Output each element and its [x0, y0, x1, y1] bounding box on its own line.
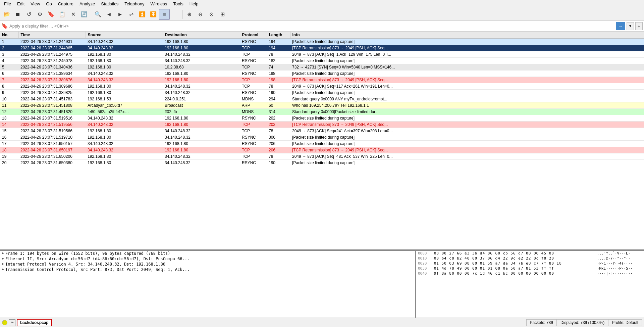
col-header-source[interactable]: Source: [86, 32, 163, 39]
cell-time: 2022-04-26 23:07:31.389676: [18, 77, 86, 83]
hex-row: 002001 50 03 69 08 00 01 59 a7 da 34 7b …: [416, 261, 644, 266]
filter-input[interactable]: [9, 24, 614, 29]
table-row[interactable]: 152022-04-26 23:07:31.519566192.168.1.80…: [0, 128, 644, 134]
cell-len: 198: [267, 71, 290, 77]
detail-row[interactable]: ▶Transmission Control Protocol, Src Port…: [0, 267, 415, 272]
open-toolbar-button[interactable]: 📂: [1, 9, 12, 20]
menu-item-analyze[interactable]: Analyze: [77, 1, 98, 7]
table-row[interactable]: 102022-04-26 23:07:31.451783192.168.1.53…: [0, 96, 644, 102]
goto-toolbar-button[interactable]: ⇌: [126, 9, 137, 20]
packet-list[interactable]: No. Time Source Destination Protocol Len…: [0, 32, 644, 250]
cell-proto: TCP: [240, 128, 267, 134]
cell-info: [TCP Retransmission] 873 → 2049 [PSH, AC…: [290, 45, 644, 51]
cell-len: 198: [267, 77, 290, 83]
restart-toolbar-button[interactable]: ↺: [23, 9, 34, 20]
cell-time: 2022-04-26 23:07:31.340436: [18, 64, 86, 71]
menu-item-telephony[interactable]: Telephony: [122, 1, 147, 7]
table-row[interactable]: 92022-04-26 23:07:31.389825192.168.1.803…: [0, 90, 644, 96]
table-row[interactable]: 132022-04-26 23:07:31.51951634.140.248.3…: [0, 115, 644, 122]
close-toolbar-button[interactable]: ✕: [68, 9, 78, 20]
col-header-no[interactable]: No.: [0, 32, 18, 39]
table-row[interactable]: 162022-04-26 23:07:31.519710192.168.1.80…: [0, 134, 644, 141]
table-row[interactable]: 52022-04-26 23:07:31.340436192.168.1.801…: [0, 64, 644, 71]
cell-proto: RSYNC: [240, 71, 267, 77]
hex-pane[interactable]: 000008 00 27 66 e3 3b d4 86 60 cb 56 d7 …: [416, 251, 644, 318]
detail-arrow: ▶: [2, 251, 4, 255]
cell-no: 15: [0, 128, 18, 134]
table-row[interactable]: 112022-04-26 23:07:31.451808Arcadyan_cb:…: [0, 102, 644, 109]
cell-proto: TCP: [240, 64, 267, 71]
list-toolbar-button[interactable]: 📋: [57, 9, 67, 20]
col-header-info[interactable]: Info: [290, 32, 644, 39]
cell-proto: TCP: [240, 83, 267, 90]
table-row[interactable]: 22022-04-26 23:07:31.24496534.140.248.32…: [0, 45, 644, 51]
table-row[interactable]: 182022-04-26 23:07:31.65019734.140.248.3…: [0, 147, 644, 153]
detail-arrow: ▶: [2, 267, 4, 271]
detail-row[interactable]: ▶Internet Protocol Version 4, Src: 34.14…: [0, 262, 415, 267]
cell-dst: 192.168.1.80: [163, 77, 240, 83]
col-header-length[interactable]: Length: [267, 32, 290, 39]
table-row[interactable]: 82022-04-26 23:07:31.389686192.168.1.803…: [0, 83, 644, 90]
bookmark-toolbar-button[interactable]: 🔖: [46, 9, 56, 20]
col-header-destination[interactable]: Destination: [163, 32, 240, 39]
reload-toolbar-button[interactable]: 🔄: [79, 9, 90, 20]
zoom-in-toolbar-button[interactable]: ⊕: [184, 9, 195, 20]
table-row[interactable]: 122022-04-26 23:07:31.451820fe80::562a:a…: [0, 109, 644, 115]
table-row[interactable]: 42022-04-26 23:07:31.245078192.168.1.803…: [0, 58, 644, 64]
search-toolbar-button[interactable]: 🔍: [93, 9, 103, 20]
cell-no: 12: [0, 109, 18, 115]
table-row[interactable]: 62022-04-26 23:07:31.38963434.140.248.32…: [0, 71, 644, 77]
zoom-reset-toolbar-button[interactable]: ⊙: [206, 9, 217, 20]
table-row[interactable]: 72022-04-26 23:07:31.38967634.140.248.32…: [0, 77, 644, 83]
menu-item-view[interactable]: View: [28, 1, 43, 7]
cell-proto: RSYNC: [240, 39, 267, 45]
colorize-toolbar-button[interactable]: ≡: [159, 9, 170, 20]
filter-dropdown-button[interactable]: ▼: [627, 22, 634, 30]
detail-pane[interactable]: ▶Frame 1: 194 bytes on wire (1552 bits),…: [0, 251, 416, 318]
options-toolbar-button[interactable]: ⚙: [35, 9, 45, 20]
menu-item-capture[interactable]: Capture: [55, 1, 76, 7]
menu-item-go[interactable]: Go: [43, 1, 54, 7]
col-header-protocol[interactable]: Protocol: [240, 32, 267, 39]
cell-dst: 34.140.248.32: [163, 153, 240, 160]
hex-tbody: 000008 00 27 66 e3 3b d4 86 60 cb 56 d7 …: [416, 251, 644, 276]
zoom-fit-toolbar-button[interactable]: ⊞: [217, 9, 228, 20]
status-bar: ✏ backdoor.pcap Packets: 739 Displayed: …: [0, 318, 644, 327]
cell-time: 2022-04-26 23:07:31.451783: [18, 96, 86, 102]
menu-item-tools[interactable]: Tools: [170, 1, 186, 7]
cell-len: 206: [267, 141, 290, 147]
back-toolbar-button[interactable]: ◄: [104, 9, 114, 20]
last-toolbar-button[interactable]: ⏬: [148, 9, 159, 20]
table-row[interactable]: 12022-04-26 23:07:31.24493134.140.248.32…: [0, 39, 644, 45]
table-row[interactable]: 202022-04-26 23:07:31.650380192.168.1.80…: [0, 160, 644, 166]
table-row[interactable]: 32022-04-26 23:07:31.244975192.168.1.803…: [0, 51, 644, 58]
zoom-out-toolbar-button[interactable]: ⊖: [195, 9, 206, 20]
cell-time: 2022-04-26 23:07:31.519556: [18, 122, 86, 128]
table-row[interactable]: 192022-04-26 23:07:31.650206192.168.1.80…: [0, 153, 644, 160]
cell-info: [Packet size limited during capture]: [290, 160, 644, 166]
filter-apply-button[interactable]: →: [616, 22, 625, 30]
menu-item-wireless[interactable]: Wireless: [148, 1, 170, 7]
capture-status-dot: [2, 320, 7, 325]
edit-capture-button[interactable]: ✏: [9, 319, 15, 326]
fwd-toolbar-button[interactable]: ►: [115, 9, 125, 20]
menu-item-edit[interactable]: Edit: [14, 1, 27, 7]
menu-item-file[interactable]: File: [1, 1, 14, 7]
hex-ascii: ·P·i···Y··4{····: [595, 261, 644, 266]
menu-item-statistics[interactable]: Statistics: [98, 1, 121, 7]
filename-label: backdoor.pcap: [17, 319, 52, 326]
detail-row[interactable]: ▶Frame 1: 194 bytes on wire (1552 bits),…: [0, 251, 415, 256]
detail-row[interactable]: ▶Ethernet II, Src: Arcadyan_cb:56:d7 (d4…: [0, 256, 415, 262]
menu-item-help[interactable]: Help: [187, 1, 201, 7]
stop-toolbar-button[interactable]: ⏹: [12, 9, 23, 20]
first-toolbar-button[interactable]: ⏫: [137, 9, 148, 20]
cell-time: 2022-04-26 23:07:31.244975: [18, 51, 86, 58]
cell-time: 2022-04-26 23:07:31.519516: [18, 115, 86, 122]
table-row[interactable]: 142022-04-26 23:07:31.51955634.140.248.3…: [0, 122, 644, 128]
cell-src: 34.140.248.32: [86, 39, 163, 45]
bottom-pane: ▶Frame 1: 194 bytes on wire (1552 bits),…: [0, 250, 644, 318]
table-row[interactable]: 172022-04-26 23:07:31.65015734.140.248.3…: [0, 141, 644, 147]
autoscroll-toolbar-button[interactable]: ≣: [170, 9, 181, 20]
col-header-time[interactable]: Time: [18, 32, 86, 39]
filter-add-button[interactable]: +: [635, 22, 643, 30]
